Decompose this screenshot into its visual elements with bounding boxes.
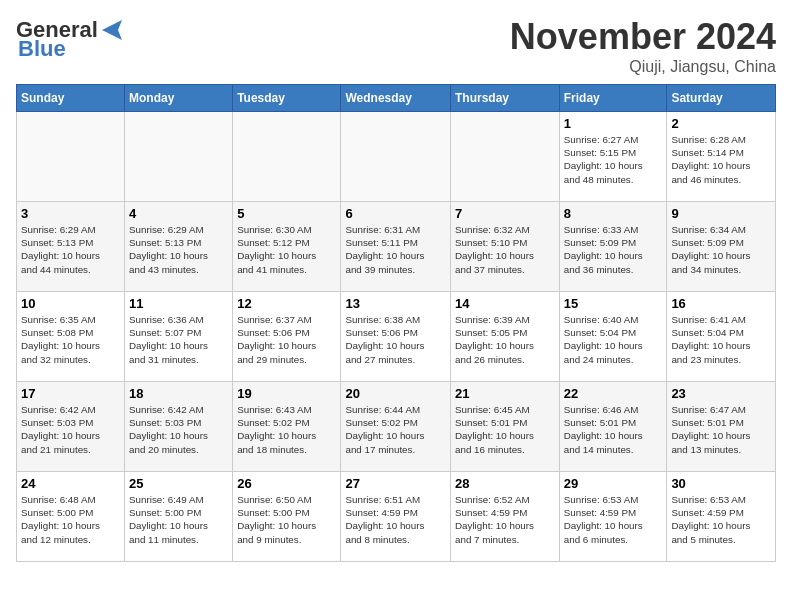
- logo-blue: Blue: [18, 36, 66, 62]
- day-info: Sunrise: 6:53 AM Sunset: 4:59 PM Dayligh…: [671, 493, 771, 546]
- calendar-day-cell: 28Sunrise: 6:52 AM Sunset: 4:59 PM Dayli…: [451, 472, 560, 562]
- day-info: Sunrise: 6:42 AM Sunset: 5:03 PM Dayligh…: [129, 403, 228, 456]
- day-number: 15: [564, 296, 663, 311]
- day-info: Sunrise: 6:50 AM Sunset: 5:00 PM Dayligh…: [237, 493, 336, 546]
- day-info: Sunrise: 6:32 AM Sunset: 5:10 PM Dayligh…: [455, 223, 555, 276]
- weekday-header: Monday: [125, 85, 233, 112]
- day-number: 9: [671, 206, 771, 221]
- day-number: 8: [564, 206, 663, 221]
- day-info: Sunrise: 6:34 AM Sunset: 5:09 PM Dayligh…: [671, 223, 771, 276]
- calendar-day-cell: [125, 112, 233, 202]
- day-info: Sunrise: 6:47 AM Sunset: 5:01 PM Dayligh…: [671, 403, 771, 456]
- day-info: Sunrise: 6:28 AM Sunset: 5:14 PM Dayligh…: [671, 133, 771, 186]
- day-number: 11: [129, 296, 228, 311]
- day-info: Sunrise: 6:38 AM Sunset: 5:06 PM Dayligh…: [345, 313, 446, 366]
- calendar-header-row: SundayMondayTuesdayWednesdayThursdayFrid…: [17, 85, 776, 112]
- day-info: Sunrise: 6:30 AM Sunset: 5:12 PM Dayligh…: [237, 223, 336, 276]
- weekday-header: Friday: [559, 85, 667, 112]
- day-info: Sunrise: 6:43 AM Sunset: 5:02 PM Dayligh…: [237, 403, 336, 456]
- calendar-day-cell: 26Sunrise: 6:50 AM Sunset: 5:00 PM Dayli…: [233, 472, 341, 562]
- day-info: Sunrise: 6:53 AM Sunset: 4:59 PM Dayligh…: [564, 493, 663, 546]
- day-info: Sunrise: 6:42 AM Sunset: 5:03 PM Dayligh…: [21, 403, 120, 456]
- day-info: Sunrise: 6:52 AM Sunset: 4:59 PM Dayligh…: [455, 493, 555, 546]
- calendar-day-cell: 23Sunrise: 6:47 AM Sunset: 5:01 PM Dayli…: [667, 382, 776, 472]
- calendar-day-cell: 7Sunrise: 6:32 AM Sunset: 5:10 PM Daylig…: [451, 202, 560, 292]
- calendar-day-cell: 4Sunrise: 6:29 AM Sunset: 5:13 PM Daylig…: [125, 202, 233, 292]
- calendar-week-row: 3Sunrise: 6:29 AM Sunset: 5:13 PM Daylig…: [17, 202, 776, 292]
- weekday-header: Tuesday: [233, 85, 341, 112]
- page-header: General Blue November 2024 Qiuji, Jiangs…: [16, 16, 776, 76]
- day-number: 22: [564, 386, 663, 401]
- day-number: 21: [455, 386, 555, 401]
- day-number: 19: [237, 386, 336, 401]
- calendar-table: SundayMondayTuesdayWednesdayThursdayFrid…: [16, 84, 776, 562]
- calendar-day-cell: 8Sunrise: 6:33 AM Sunset: 5:09 PM Daylig…: [559, 202, 667, 292]
- calendar-week-row: 24Sunrise: 6:48 AM Sunset: 5:00 PM Dayli…: [17, 472, 776, 562]
- day-info: Sunrise: 6:29 AM Sunset: 5:13 PM Dayligh…: [129, 223, 228, 276]
- day-number: 4: [129, 206, 228, 221]
- calendar-day-cell: 25Sunrise: 6:49 AM Sunset: 5:00 PM Dayli…: [125, 472, 233, 562]
- calendar-day-cell: 30Sunrise: 6:53 AM Sunset: 4:59 PM Dayli…: [667, 472, 776, 562]
- logo-arrow-icon: [98, 16, 126, 44]
- calendar-day-cell: 20Sunrise: 6:44 AM Sunset: 5:02 PM Dayli…: [341, 382, 451, 472]
- calendar-day-cell: 24Sunrise: 6:48 AM Sunset: 5:00 PM Dayli…: [17, 472, 125, 562]
- calendar-day-cell: 16Sunrise: 6:41 AM Sunset: 5:04 PM Dayli…: [667, 292, 776, 382]
- day-number: 26: [237, 476, 336, 491]
- calendar-day-cell: [341, 112, 451, 202]
- calendar-day-cell: 5Sunrise: 6:30 AM Sunset: 5:12 PM Daylig…: [233, 202, 341, 292]
- day-number: 28: [455, 476, 555, 491]
- calendar-day-cell: [451, 112, 560, 202]
- day-number: 1: [564, 116, 663, 131]
- day-number: 13: [345, 296, 446, 311]
- day-number: 7: [455, 206, 555, 221]
- day-info: Sunrise: 6:29 AM Sunset: 5:13 PM Dayligh…: [21, 223, 120, 276]
- day-number: 16: [671, 296, 771, 311]
- day-info: Sunrise: 6:27 AM Sunset: 5:15 PM Dayligh…: [564, 133, 663, 186]
- calendar-day-cell: 3Sunrise: 6:29 AM Sunset: 5:13 PM Daylig…: [17, 202, 125, 292]
- day-number: 17: [21, 386, 120, 401]
- calendar-day-cell: 19Sunrise: 6:43 AM Sunset: 5:02 PM Dayli…: [233, 382, 341, 472]
- day-info: Sunrise: 6:35 AM Sunset: 5:08 PM Dayligh…: [21, 313, 120, 366]
- calendar-day-cell: 11Sunrise: 6:36 AM Sunset: 5:07 PM Dayli…: [125, 292, 233, 382]
- calendar-day-cell: 1Sunrise: 6:27 AM Sunset: 5:15 PM Daylig…: [559, 112, 667, 202]
- calendar-day-cell: [17, 112, 125, 202]
- day-number: 3: [21, 206, 120, 221]
- calendar-week-row: 10Sunrise: 6:35 AM Sunset: 5:08 PM Dayli…: [17, 292, 776, 382]
- weekday-header: Sunday: [17, 85, 125, 112]
- calendar-day-cell: 22Sunrise: 6:46 AM Sunset: 5:01 PM Dayli…: [559, 382, 667, 472]
- calendar-day-cell: 17Sunrise: 6:42 AM Sunset: 5:03 PM Dayli…: [17, 382, 125, 472]
- weekday-header: Wednesday: [341, 85, 451, 112]
- day-number: 23: [671, 386, 771, 401]
- day-number: 20: [345, 386, 446, 401]
- weekday-header: Thursday: [451, 85, 560, 112]
- day-number: 25: [129, 476, 228, 491]
- day-info: Sunrise: 6:45 AM Sunset: 5:01 PM Dayligh…: [455, 403, 555, 456]
- calendar-day-cell: 13Sunrise: 6:38 AM Sunset: 5:06 PM Dayli…: [341, 292, 451, 382]
- day-info: Sunrise: 6:48 AM Sunset: 5:00 PM Dayligh…: [21, 493, 120, 546]
- calendar-day-cell: 21Sunrise: 6:45 AM Sunset: 5:01 PM Dayli…: [451, 382, 560, 472]
- day-number: 27: [345, 476, 446, 491]
- calendar-day-cell: 2Sunrise: 6:28 AM Sunset: 5:14 PM Daylig…: [667, 112, 776, 202]
- day-info: Sunrise: 6:31 AM Sunset: 5:11 PM Dayligh…: [345, 223, 446, 276]
- day-info: Sunrise: 6:33 AM Sunset: 5:09 PM Dayligh…: [564, 223, 663, 276]
- title-block: November 2024 Qiuji, Jiangsu, China: [510, 16, 776, 76]
- weekday-header: Saturday: [667, 85, 776, 112]
- location: Qiuji, Jiangsu, China: [510, 58, 776, 76]
- calendar-day-cell: 18Sunrise: 6:42 AM Sunset: 5:03 PM Dayli…: [125, 382, 233, 472]
- svg-marker-0: [102, 20, 122, 40]
- logo: General Blue: [16, 16, 126, 62]
- day-number: 12: [237, 296, 336, 311]
- calendar-day-cell: [233, 112, 341, 202]
- calendar-week-row: 17Sunrise: 6:42 AM Sunset: 5:03 PM Dayli…: [17, 382, 776, 472]
- day-info: Sunrise: 6:41 AM Sunset: 5:04 PM Dayligh…: [671, 313, 771, 366]
- calendar-day-cell: 27Sunrise: 6:51 AM Sunset: 4:59 PM Dayli…: [341, 472, 451, 562]
- calendar-week-row: 1Sunrise: 6:27 AM Sunset: 5:15 PM Daylig…: [17, 112, 776, 202]
- day-info: Sunrise: 6:37 AM Sunset: 5:06 PM Dayligh…: [237, 313, 336, 366]
- calendar-day-cell: 14Sunrise: 6:39 AM Sunset: 5:05 PM Dayli…: [451, 292, 560, 382]
- day-number: 30: [671, 476, 771, 491]
- day-number: 18: [129, 386, 228, 401]
- day-info: Sunrise: 6:44 AM Sunset: 5:02 PM Dayligh…: [345, 403, 446, 456]
- day-info: Sunrise: 6:49 AM Sunset: 5:00 PM Dayligh…: [129, 493, 228, 546]
- day-info: Sunrise: 6:51 AM Sunset: 4:59 PM Dayligh…: [345, 493, 446, 546]
- day-info: Sunrise: 6:39 AM Sunset: 5:05 PM Dayligh…: [455, 313, 555, 366]
